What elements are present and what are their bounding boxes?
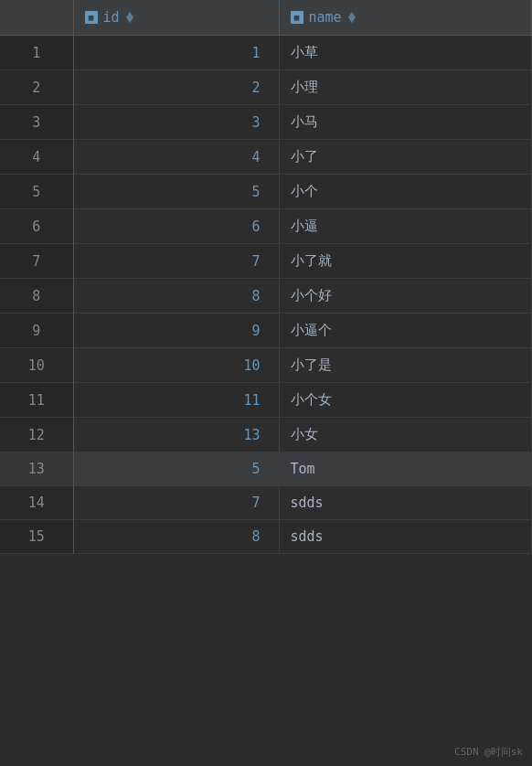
name-cell: 小逼个 xyxy=(279,314,531,348)
table-row: 1111小个女 xyxy=(0,383,532,418)
id-cell: 1 xyxy=(73,36,279,70)
row-number-cell: 15 xyxy=(0,520,73,554)
table-row: 22小理 xyxy=(0,70,532,105)
table-row: 99小逼个 xyxy=(0,314,532,348)
row-number-cell: 6 xyxy=(0,209,73,244)
name-cell: 小了是 xyxy=(279,348,531,383)
name-cell: 小草 xyxy=(279,36,531,70)
name-column-icon: ▦ xyxy=(291,11,303,24)
id-sort-icon[interactable] xyxy=(125,11,134,24)
table-row: 77小了就 xyxy=(0,244,532,279)
table-row: 1010小了是 xyxy=(0,348,532,383)
id-cell: 10 xyxy=(73,348,279,383)
svg-marker-0 xyxy=(126,12,133,17)
table-row: 33小马 xyxy=(0,105,532,140)
row-number-cell: 1 xyxy=(0,36,73,70)
svg-marker-1 xyxy=(126,17,133,23)
id-cell: 5 xyxy=(73,452,279,486)
row-number-cell: 11 xyxy=(0,383,73,418)
row-number-cell: 13 xyxy=(0,452,73,486)
name-cell: 小个 xyxy=(279,175,531,209)
id-column-header[interactable]: ▦ id xyxy=(73,0,279,36)
row-number-cell: 3 xyxy=(0,105,73,140)
table-row: 147sdds xyxy=(0,486,532,520)
id-cell: 4 xyxy=(73,140,279,175)
row-number-cell: 5 xyxy=(0,175,73,209)
table-body: 11小草22小理33小马44小了55小个66小逼77小了就88小个好99小逼个1… xyxy=(0,36,532,554)
id-cell: 8 xyxy=(73,279,279,314)
id-cell: 3 xyxy=(73,105,279,140)
name-cell: 小了 xyxy=(279,140,531,175)
row-number-cell: 4 xyxy=(0,140,73,175)
data-table: ▦ id ▦ name xyxy=(0,0,532,554)
name-column-header[interactable]: ▦ name xyxy=(279,0,531,36)
name-column-label: name xyxy=(309,9,342,26)
id-cell: 7 xyxy=(73,244,279,279)
row-number-cell: 2 xyxy=(0,70,73,105)
name-cell: 小女 xyxy=(279,418,531,452)
name-cell: sdds xyxy=(279,520,531,554)
table-row: 11小草 xyxy=(0,36,532,70)
name-cell: 小个好 xyxy=(279,279,531,314)
table-row: 158sdds xyxy=(0,520,532,554)
table-row: 44小了 xyxy=(0,140,532,175)
name-cell: 小个女 xyxy=(279,383,531,418)
row-number-header xyxy=(0,0,73,36)
table-container: ▦ id ▦ name xyxy=(0,0,532,766)
name-cell: sdds xyxy=(279,486,531,520)
id-cell: 5 xyxy=(73,175,279,209)
row-number-cell: 7 xyxy=(0,244,73,279)
svg-marker-2 xyxy=(348,12,356,17)
id-column-label: id xyxy=(103,9,120,26)
id-cell: 6 xyxy=(73,209,279,244)
name-cell: Tom xyxy=(279,452,531,486)
id-column-icon: ▦ xyxy=(85,11,98,24)
name-cell: 小了就 xyxy=(279,244,531,279)
id-cell: 11 xyxy=(73,383,279,418)
row-number-cell: 12 xyxy=(0,418,73,452)
name-cell: 小马 xyxy=(279,105,531,140)
id-cell: 7 xyxy=(73,486,279,520)
svg-marker-3 xyxy=(348,17,356,23)
table-header-row: ▦ id ▦ name xyxy=(0,0,532,36)
id-cell: 13 xyxy=(73,418,279,452)
id-cell: 9 xyxy=(73,314,279,348)
watermark: CSDN @时间sk xyxy=(454,745,523,759)
table-row: 1213小女 xyxy=(0,418,532,452)
row-number-cell: 10 xyxy=(0,348,73,383)
name-cell: 小逼 xyxy=(279,209,531,244)
name-cell: 小理 xyxy=(279,70,531,105)
table-row: 66小逼 xyxy=(0,209,532,244)
row-number-cell: 9 xyxy=(0,314,73,348)
id-cell: 8 xyxy=(73,520,279,554)
table-row: 55小个 xyxy=(0,175,532,209)
table-row: 88小个好 xyxy=(0,279,532,314)
name-sort-icon[interactable] xyxy=(347,11,356,24)
table-row: 135Tom xyxy=(0,452,532,486)
id-cell: 2 xyxy=(73,70,279,105)
row-number-cell: 8 xyxy=(0,279,73,314)
row-number-cell: 14 xyxy=(0,486,73,520)
